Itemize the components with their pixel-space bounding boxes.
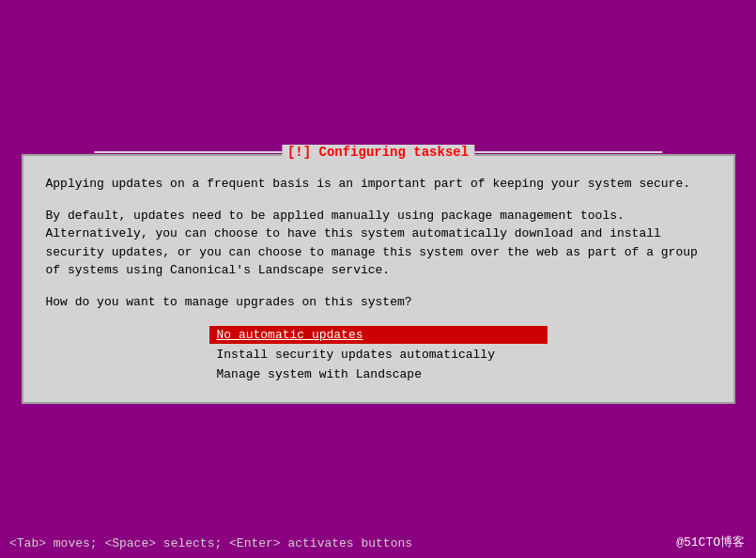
title-line-right: [474, 151, 662, 153]
screen: [!] Configuring tasksel Applying updates…: [0, 0, 756, 558]
dialog-content: Applying updates on a frequent basis is …: [23, 156, 733, 402]
title-line-left: [94, 151, 282, 153]
paragraph-1: Applying updates on a frequent basis is …: [46, 175, 711, 194]
status-bar: <Tab> moves; <Space> selects; <Enter> ac…: [9, 536, 412, 550]
option-no-automatic-updates[interactable]: No automatic updates: [209, 326, 548, 344]
dialog-title-bar: [!] Configuring tasksel: [94, 145, 662, 160]
options-list: No automatic updates Install security up…: [46, 326, 711, 383]
option-manage-with-landscape[interactable]: Manage system with Landscape: [209, 365, 548, 383]
option-install-security-updates[interactable]: Install security updates automatically: [209, 346, 548, 364]
dialog-title: [!] Configuring tasksel: [282, 145, 474, 160]
watermark: @51CTO博客: [676, 534, 745, 550]
paragraph-3: How do you want to manage upgrades on th…: [46, 293, 711, 312]
dialog-box: [!] Configuring tasksel Applying updates…: [22, 154, 735, 404]
paragraph-2: By default, updates need to be applied m…: [46, 207, 711, 280]
